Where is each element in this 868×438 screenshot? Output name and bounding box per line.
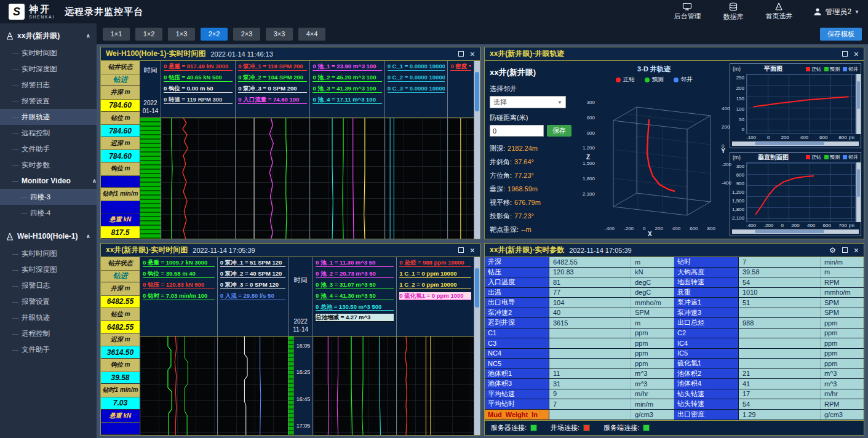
close-icon[interactable]: × [854, 246, 859, 255]
time-label: 时间 [294, 276, 308, 285]
sidebar-video-item[interactable]: 四楼-3 [0, 189, 97, 205]
sidebar-item[interactable]: 实时参数 [0, 157, 97, 173]
nav-home-well-select[interactable]: 首页选井 [765, 2, 792, 21]
vertical-scrollbar[interactable] [474, 257, 480, 435]
sidebar-item[interactable]: 实时时间图 [0, 245, 97, 261]
legend-item: 预测 [824, 154, 840, 161]
expand-icon[interactable] [842, 51, 848, 57]
close-icon[interactable]: × [470, 50, 475, 58]
tick: 300 [579, 100, 595, 105]
param-name: 硫化氢1 [674, 359, 739, 368]
app: S 神开 SHENKAI 远程录井监控平台 后台管理 数据库 首页选井 [0, 0, 868, 438]
adjacent-well-select[interactable]: 选择 ▼ [490, 96, 566, 108]
track-drilling: 0 悬重 = 1009.7 kN 30000 钩位 = 39.58 m 400 … [140, 257, 218, 435]
gear-icon[interactable]: ⚙ [829, 247, 836, 254]
layout-button[interactable]: 3×3 [266, 28, 293, 41]
param-unit: SPM [631, 308, 674, 318]
param-value: 1010 [739, 288, 821, 298]
sidebar-item[interactable]: 远程控制 [0, 125, 97, 141]
legend-label: 预测 [830, 154, 840, 161]
sidebar-item-monitor-video[interactable]: Monitor Video ∧ [0, 173, 97, 189]
track-plot [236, 117, 309, 239]
sidebar-item[interactable]: 报警日志 [0, 77, 97, 93]
legend-entry: 0 钩位 = 0.00 m 50 [164, 85, 233, 93]
collision-distance-input[interactable] [490, 125, 544, 137]
sidebar-item[interactable]: 井眼轨迹 [0, 109, 97, 125]
well-name: xx井(新井眼) [490, 67, 577, 78]
tick: 100 [730, 106, 744, 112]
param-label: 钩位 m [101, 359, 140, 372]
sidebar-item[interactable]: 实时深度图 [0, 61, 97, 77]
user-menu[interactable]: 管理员2 ▼ [813, 7, 859, 17]
expand-icon[interactable] [458, 247, 464, 253]
expand-icon[interactable] [458, 51, 464, 57]
reading-label: 井斜角: [490, 158, 512, 165]
scrollbar-thumb[interactable] [475, 72, 479, 111]
track-gas: 0 C_1 = 0.0000 100000 C_2 = 0.0000 10000… [385, 61, 448, 239]
scrollbar-thumb[interactable] [755, 230, 824, 233]
collapse-caret-icon[interactable]: ∧ [86, 33, 90, 39]
chevron-down-icon: ▼ [854, 9, 859, 15]
collapse-caret-icon[interactable]: ∧ [86, 233, 90, 239]
expand-icon[interactable] [842, 247, 848, 253]
status-label: 井场连接: [551, 423, 579, 432]
vertical-scrollbar[interactable] [474, 61, 480, 239]
layout-button[interactable]: 4×4 [298, 28, 325, 41]
sidebar-well-weih100[interactable]: Wei-H100(Hole-1) ∧ [0, 227, 97, 245]
tick: 900 [730, 181, 744, 186]
track-plot [161, 117, 235, 239]
track-legend: 0 悬重 = 817.49 kN 30000 钻压 = 40.65 kN 500… [161, 61, 235, 117]
collapse-caret-icon[interactable]: ∧ [92, 178, 97, 184]
sidebar-item[interactable]: 报警设置 [0, 293, 97, 309]
layout-button[interactable]: 1×1 [103, 28, 130, 41]
param-block: 井深 m 6482.55 [101, 282, 140, 308]
tick: 600 [819, 135, 827, 140]
vertical-scrollbar[interactable] [856, 162, 861, 223]
sidebar-item[interactable]: 实时时间图 [0, 45, 97, 61]
sidebar-item[interactable]: 报警设置 [0, 93, 97, 109]
nav-database[interactable]: 数据库 [723, 2, 743, 22]
param-unit: mmho/m [821, 288, 864, 298]
legend-label: 邻井 [681, 76, 693, 84]
sidebar-item[interactable]: 井眼轨迹 [0, 309, 97, 325]
legend-entry: 0 泵冲_3 = 0 SPM 120 [220, 281, 285, 289]
table-row: 出温 77 degC 悬重 1010 mmho/m [485, 288, 864, 298]
save-button[interactable]: 保存 [547, 125, 571, 137]
sidebar-well-xx[interactable]: xx井(新井眼) ∧ [0, 26, 97, 45]
drilling-state-strip [289, 336, 294, 435]
legend-square [824, 67, 829, 71]
param-name: 地面转速 [674, 277, 739, 287]
reading-label: 测深: [490, 145, 505, 152]
param-value [739, 359, 821, 368]
close-icon[interactable]: × [470, 246, 475, 255]
layout-button[interactable]: 1×3 [168, 28, 195, 41]
sidebar-item-label: 实时深度图 [22, 265, 57, 274]
panel-timestamp: 2022-11-14 17:05:39 [569, 247, 631, 254]
sidebar-item[interactable]: 实时深度图 [0, 261, 97, 277]
sidebar-item[interactable]: 文件助手 [0, 341, 97, 357]
sidebar-video-item[interactable]: 四楼-4 [0, 205, 97, 221]
scrollbar-thumb[interactable] [755, 142, 824, 145]
time-header: 时间 202201-14 [140, 61, 161, 117]
save-template-button[interactable]: 保存模板 [820, 28, 862, 41]
layout-button[interactable]: 2×2 [201, 28, 228, 41]
plot-area [746, 162, 856, 223]
nav-backend-management[interactable]: 后台管理 [674, 2, 701, 21]
close-icon[interactable]: × [854, 50, 859, 58]
param-value: 81 [549, 277, 631, 287]
horizontal-scrollbar[interactable] [732, 141, 859, 146]
horizontal-scrollbar[interactable] [732, 229, 859, 234]
scrollbar-thumb[interactable] [857, 81, 860, 109]
sidebar-item[interactable]: 报警日志 [0, 277, 97, 293]
param-unit: degC [631, 288, 674, 298]
sidebar-item[interactable]: 文件助手 [0, 141, 97, 157]
layout-button[interactable]: 2×3 [233, 28, 260, 41]
layout-button[interactable]: 1×2 [135, 28, 162, 41]
sidebar-item[interactable]: 远程控制 [0, 325, 97, 341]
scrollbar-thumb[interactable] [857, 169, 860, 197]
legend-entry: 0 硫化氢1 = 0 ppm 1000 [399, 292, 471, 300]
vertical-scrollbar[interactable] [856, 74, 861, 134]
param-name: 入口温度 [485, 277, 549, 287]
scrollbar-thumb[interactable] [475, 268, 479, 308]
legend-entry: 0 池_4 = 17.11 m^3 100 [313, 96, 381, 104]
